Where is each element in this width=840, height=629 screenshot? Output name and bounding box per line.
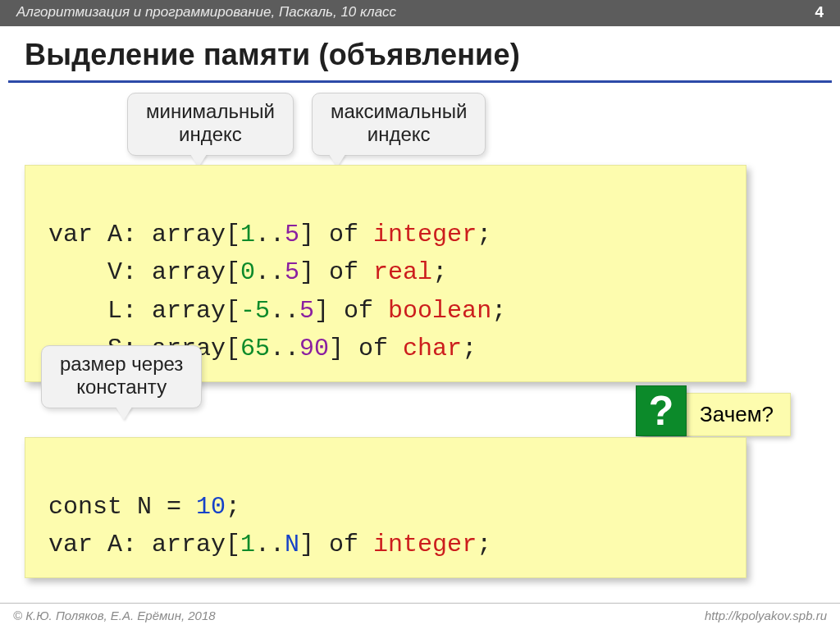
question-box: ? Зачем? <box>641 393 791 436</box>
callout-tail-icon <box>116 407 132 420</box>
code-line: V: array[0..5] of real; <box>48 258 447 286</box>
slide-header: Алгоритмизация и программирование, Паска… <box>0 0 840 26</box>
callout-max-index: максимальный индекс <box>312 93 486 156</box>
callout-max-index-text: максимальный индекс <box>331 100 467 145</box>
slide-footer: © К.Ю. Поляков, Е.А. Ерёмин, 2018 http:/… <box>0 603 840 629</box>
code-line: const N = 10; <box>48 493 240 521</box>
code-line: L: array[-5..5] of boolean; <box>48 297 506 325</box>
question-text: Зачем? <box>700 402 774 426</box>
course-label: Алгоритмизация и программирование, Паска… <box>16 4 396 21</box>
callout-min-index-text: минимальный индекс <box>146 100 275 145</box>
page-number: 4 <box>815 3 824 21</box>
footer-right: http://kpolyakov.spb.ru <box>705 608 827 622</box>
slide-title: Выделение памяти (объявление) <box>0 26 840 80</box>
callout-min-index: минимальный индекс <box>127 93 294 156</box>
code-block-2: const N = 10; var A: array[1..N] of inte… <box>25 437 746 578</box>
content-area: минимальный индекс максимальный индекс v… <box>0 83 840 603</box>
code-line: var A: array[1..N] of integer; <box>48 531 491 558</box>
question-mark-icon: ? <box>636 385 687 436</box>
callout-size-const-text: размер через константу <box>60 353 183 398</box>
code-line: var A: array[1..5] of integer; <box>48 221 491 248</box>
footer-left: © К.Ю. Поляков, Е.А. Ерёмин, 2018 <box>13 608 216 622</box>
callout-size-const: размер через константу <box>41 345 202 408</box>
